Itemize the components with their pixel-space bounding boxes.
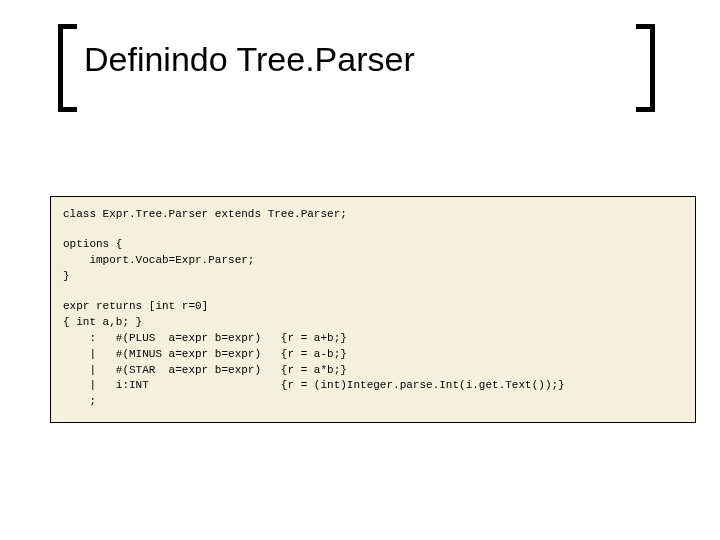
title-bracket-left [58,24,77,112]
code-line: } [63,269,683,285]
code-line: { int a,b; } [63,315,683,331]
code-line: class Expr.Tree.Parser extends Tree.Pars… [63,207,683,223]
code-line: import.Vocab=Expr.Parser; [63,253,683,269]
code-box: class Expr.Tree.Parser extends Tree.Pars… [50,196,696,423]
code-line: | i:INT {r = (int)Integer.parse.Int(i.ge… [63,378,683,394]
code-line: options { [63,237,683,253]
code-line: expr returns [int r=0] [63,299,683,315]
code-line: | #(MINUS a=expr b=expr) {r = a-b;} [63,347,683,363]
code-line: | #(STAR a=expr b=expr) {r = a*b;} [63,363,683,379]
code-line: ; [63,394,683,410]
slide: Definindo Tree.Parser class Expr.Tree.Pa… [0,0,720,540]
code-line: : #(PLUS a=expr b=expr) {r = a+b;} [63,331,683,347]
title-bracket-right [636,24,655,112]
slide-title: Definindo Tree.Parser [84,40,415,79]
